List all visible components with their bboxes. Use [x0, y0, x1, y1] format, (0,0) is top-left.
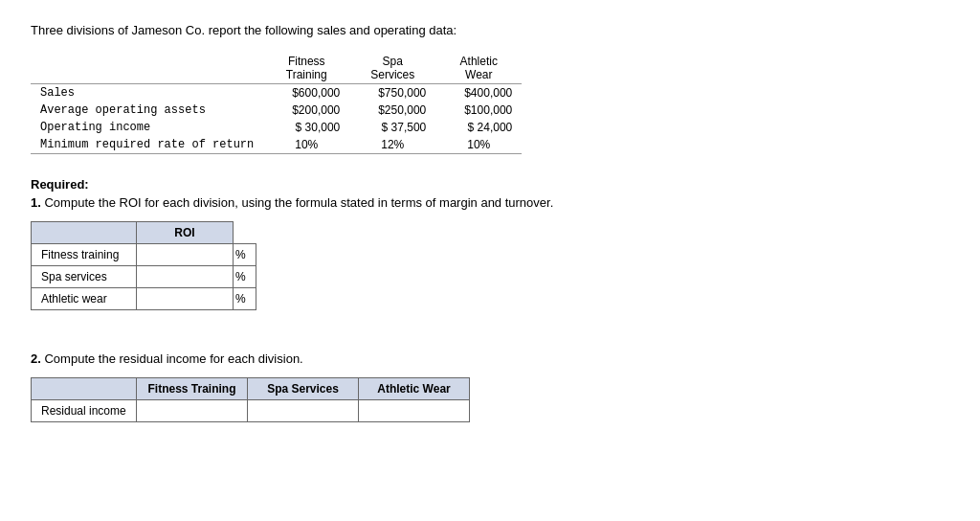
min-return-athletic: 10% [435, 136, 522, 154]
roi-label-fitness: Fitness training [32, 244, 137, 266]
row-label-avg-assets: Average operating assets [31, 102, 263, 119]
residual-input-spa[interactable] [257, 404, 348, 418]
row-label-op-income: Operating income [31, 119, 263, 136]
table-row: Sales $600,000 $750,000 $400,000 [31, 84, 522, 102]
op-income-athletic: $ 24,000 [435, 119, 522, 136]
roi-label-athletic: Athletic wear [32, 288, 137, 310]
op-income-spa: $ 37,500 [349, 119, 435, 136]
roi-pct-header [234, 222, 256, 244]
roi-pct-athletic: % [234, 288, 256, 310]
intro-text: Three divisions of Jameson Co. report th… [31, 23, 949, 37]
data-table: FitnessTraining SpaServices AthleticWear… [31, 53, 522, 154]
avg-assets-athletic: $100,000 [435, 102, 522, 119]
residual-header-spa: Spa Services [248, 378, 359, 400]
op-income-fitness: $ 30,000 [263, 119, 349, 136]
residual-input-athletic-cell[interactable] [359, 400, 470, 422]
residual-table: Fitness Training Spa Services Athletic W… [31, 377, 470, 422]
sales-athletic: $400,000 [435, 84, 522, 102]
roi-input-fitness-cell[interactable] [137, 244, 234, 266]
q2-text: 2. Compute the residual income for each … [31, 351, 949, 366]
table-row: Operating income $ 30,000 $ 37,500 $ 24,… [31, 119, 522, 136]
roi-input-fitness[interactable] [146, 248, 223, 261]
roi-row-athletic: Athletic wear % [32, 288, 256, 310]
roi-row-fitness: Fitness training % [32, 244, 256, 266]
avg-assets-fitness: $200,000 [263, 102, 349, 119]
residual-empty-header [32, 378, 137, 400]
q1-text: 1. Compute the ROI for each division, us… [31, 195, 949, 210]
required-label: Required: [31, 177, 949, 192]
required-section: Required: 1. Compute the ROI for each di… [31, 177, 949, 310]
min-return-spa: 12% [349, 136, 435, 154]
residual-input-athletic[interactable] [368, 404, 459, 418]
residual-row-label: Residual income [32, 400, 137, 422]
q2-number: 2. [31, 351, 41, 366]
roi-pct-fitness: % [234, 244, 256, 266]
residual-input-fitness-cell[interactable] [137, 400, 248, 422]
roi-input-athletic[interactable] [146, 292, 223, 306]
residual-header-athletic: Athletic Wear [359, 378, 470, 400]
row-label-sales: Sales [31, 84, 263, 102]
avg-assets-spa: $250,000 [349, 102, 435, 119]
roi-row-spa: Spa services % [32, 266, 256, 288]
sales-spa: $750,000 [349, 84, 435, 102]
table-row: Minimum required rate of return 10% 12% … [31, 136, 522, 154]
table-row: Average operating assets $200,000 $250,0… [31, 102, 522, 119]
section2: 2. Compute the residual income for each … [31, 351, 949, 422]
q1-number: 1. [31, 195, 41, 210]
residual-row: Residual income [32, 400, 470, 422]
q2-description: Compute the residual income for each div… [44, 351, 302, 366]
roi-header: ROI [137, 222, 234, 244]
roi-table: ROI Fitness training % Spa services % At… [31, 221, 256, 310]
min-return-fitness: 10% [263, 136, 349, 154]
roi-empty-header [32, 222, 137, 244]
q1-description: Compute the ROI for each division, using… [44, 195, 553, 210]
row-label-min-return: Minimum required rate of return [31, 136, 263, 154]
residual-header-fitness: Fitness Training [137, 378, 248, 400]
residual-input-fitness[interactable] [146, 404, 237, 418]
roi-input-spa[interactable] [146, 270, 223, 283]
sales-fitness: $600,000 [263, 84, 349, 102]
residual-input-spa-cell[interactable] [248, 400, 359, 422]
roi-input-athletic-cell[interactable] [137, 288, 234, 310]
roi-label-spa: Spa services [32, 266, 137, 288]
roi-pct-spa: % [234, 266, 256, 288]
roi-input-spa-cell[interactable] [137, 266, 234, 288]
